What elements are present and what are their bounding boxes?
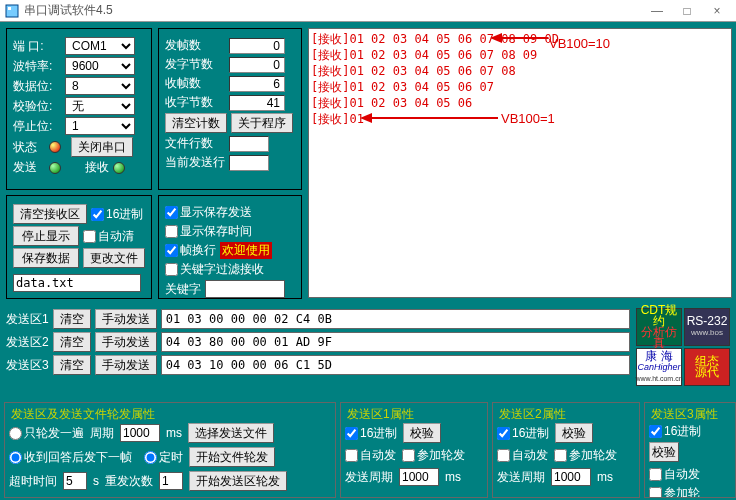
g2-hex-checkbox[interactable] xyxy=(497,427,510,440)
group-main-legend: 发送区及发送文件轮发属性 xyxy=(9,406,331,423)
annotation-1: VB100=10 xyxy=(549,36,610,51)
about-button[interactable]: 关于程序 xyxy=(231,113,293,133)
recv-led xyxy=(113,162,125,174)
ad-cdt[interactable]: CDT规约分析仿真 xyxy=(636,308,682,346)
recvframes-value: 6 xyxy=(229,76,285,92)
parity-select[interactable]: 无 xyxy=(65,97,135,115)
keyword-label: 关键字 xyxy=(165,281,201,298)
g3-auto-checkbox[interactable] xyxy=(649,468,662,481)
send-cycle-group: 发送区及发送文件轮发属性 只轮发一遍 周期 ms 选择发送文件 收到回答后发下一… xyxy=(4,402,336,498)
group3-legend: 发送区3属性 xyxy=(649,406,731,423)
ad-canhigher[interactable]: 康 海CanHigherwww.ht.com.cn xyxy=(636,348,682,386)
clear-recv-button[interactable]: 清空接收区 xyxy=(13,204,87,224)
g2-auto-checkbox[interactable] xyxy=(497,449,510,462)
save-data-button[interactable]: 保存数据 xyxy=(13,248,79,268)
keyword-input[interactable] xyxy=(205,280,285,298)
send1-input[interactable] xyxy=(161,309,630,329)
display-options-panel: 显示保存发送 显示保存时间 帧换行欢迎使用 关键字过滤接收 关键字 xyxy=(158,195,302,299)
start-file-button[interactable]: 开始文件轮发 xyxy=(189,447,275,467)
hex-checkbox[interactable] xyxy=(91,208,104,221)
send2-manual-button[interactable]: 手动发送 xyxy=(95,332,157,352)
retry-input[interactable] xyxy=(159,472,183,490)
clear-count-button[interactable]: 清空计数 xyxy=(165,113,227,133)
port-select[interactable]: COM1 xyxy=(65,37,135,55)
g1-period-input[interactable] xyxy=(399,468,439,486)
only-once-radio[interactable] xyxy=(9,427,22,440)
send-area: 发送区1 清空 手动发送 发送区2 清空 手动发送 发送区3 清空 手动发送 xyxy=(6,306,630,378)
send1-manual-button[interactable]: 手动发送 xyxy=(95,309,157,329)
g1-auto-checkbox[interactable] xyxy=(345,449,358,462)
svg-rect-1 xyxy=(8,7,11,10)
send3-label: 发送区3 xyxy=(6,357,49,374)
g1-join-checkbox[interactable] xyxy=(402,449,415,462)
file-input[interactable] xyxy=(13,274,141,292)
show-save-send-checkbox[interactable] xyxy=(165,206,178,219)
log-line: [接收]01 02 03 04 05 06 07 08 xyxy=(311,63,729,79)
g1-hex-checkbox[interactable] xyxy=(345,427,358,440)
baud-select[interactable]: 9600 xyxy=(65,57,135,75)
databits-select[interactable]: 8 xyxy=(65,77,135,95)
log-line: [接收]01 02 03 04 05 06 07 xyxy=(311,79,729,95)
recv-label: 接收 xyxy=(85,159,109,176)
send1-label: 发送区1 xyxy=(6,311,49,328)
recvbytes-value: 41 xyxy=(229,95,285,111)
send2-clear-button[interactable]: 清空 xyxy=(53,332,91,352)
port-label: 端 口: xyxy=(13,38,61,55)
svg-rect-0 xyxy=(6,5,18,17)
send-led xyxy=(49,162,61,174)
databits-label: 数据位: xyxy=(13,78,61,95)
recvframes-label: 收帧数 xyxy=(165,75,225,92)
recv-options-panel: 清空接收区16进制 停止显示自动清 保存数据更改文件 xyxy=(6,195,152,299)
recvbytes-label: 收字节数 xyxy=(165,94,225,111)
send3-manual-button[interactable]: 手动发送 xyxy=(95,355,157,375)
g1-verify-button[interactable]: 校验 xyxy=(403,423,441,443)
send-label: 发送 xyxy=(13,159,45,176)
g2-verify-button[interactable]: 校验 xyxy=(555,423,593,443)
counter-panel: 发帧数0 发字节数0 收帧数6 收字节数41 清空计数关于程序 文件行数 当前发… xyxy=(158,28,302,190)
ad-rs232[interactable]: RS-232www.bos xyxy=(684,308,730,346)
ad-zutai[interactable]: 组态源代 xyxy=(684,348,730,386)
cursend-value xyxy=(229,155,269,171)
close-port-button[interactable]: 关闭串口 xyxy=(71,137,133,157)
send3-clear-button[interactable]: 清空 xyxy=(53,355,91,375)
period-input[interactable] xyxy=(120,424,160,442)
g2-join-checkbox[interactable] xyxy=(554,449,567,462)
log-area[interactable]: [接收]01 02 03 04 05 06 07 08 09 0D [接收]01… xyxy=(308,28,732,298)
group1-legend: 发送区1属性 xyxy=(345,406,483,423)
timeout-input[interactable] xyxy=(63,472,87,490)
timed-radio[interactable] xyxy=(144,451,157,464)
log-line: [接收]01 02 03 04 05 06 07 08 09 xyxy=(311,47,729,63)
g3-hex-checkbox[interactable] xyxy=(649,425,662,438)
sendbytes-label: 发字节数 xyxy=(165,56,225,73)
ads-area: CDT规约分析仿真 RS-232www.bos 康 海CanHigherwww.… xyxy=(636,308,734,386)
stop-display-button[interactable]: 停止显示 xyxy=(13,226,79,246)
g3-verify-button[interactable]: 校验 xyxy=(649,442,679,462)
g3-join-checkbox[interactable] xyxy=(649,487,662,498)
log-line: [接收]01 02 03 04 05 06 xyxy=(311,95,729,111)
change-file-button[interactable]: 更改文件 xyxy=(83,248,145,268)
titlebar: 串口调试软件4.5 — □ × xyxy=(0,0,736,22)
group2-legend: 发送区2属性 xyxy=(497,406,635,423)
port-panel: 端 口:COM1 波特率:9600 数据位:8 校验位:无 停止位:1 状态关闭… xyxy=(6,28,152,190)
log-line: [接收]01 02 03 04 05 06 07 08 09 0D xyxy=(311,31,729,47)
minimize-button[interactable]: — xyxy=(642,4,672,18)
close-button[interactable]: × xyxy=(702,4,732,18)
send1-clear-button[interactable]: 清空 xyxy=(53,309,91,329)
show-save-time-checkbox[interactable] xyxy=(165,225,178,238)
recv-reply-radio[interactable] xyxy=(9,451,22,464)
select-file-button[interactable]: 选择发送文件 xyxy=(188,423,274,443)
send2-input[interactable] xyxy=(161,332,630,352)
stopbits-select[interactable]: 1 xyxy=(65,117,135,135)
sendbytes-value: 0 xyxy=(229,57,285,73)
maximize-button[interactable]: □ xyxy=(672,4,702,18)
autoclear-checkbox[interactable] xyxy=(83,230,96,243)
frame-wrap-checkbox[interactable] xyxy=(165,244,178,257)
welcome-banner: 欢迎使用 xyxy=(220,242,272,259)
stopbits-label: 停止位: xyxy=(13,118,61,135)
app-icon xyxy=(4,3,20,19)
send3-input[interactable] xyxy=(161,355,630,375)
keyword-filter-checkbox[interactable] xyxy=(165,263,178,276)
start-area-button[interactable]: 开始发送区轮发 xyxy=(189,471,287,491)
status-label: 状态 xyxy=(13,139,45,156)
g2-period-input[interactable] xyxy=(551,468,591,486)
